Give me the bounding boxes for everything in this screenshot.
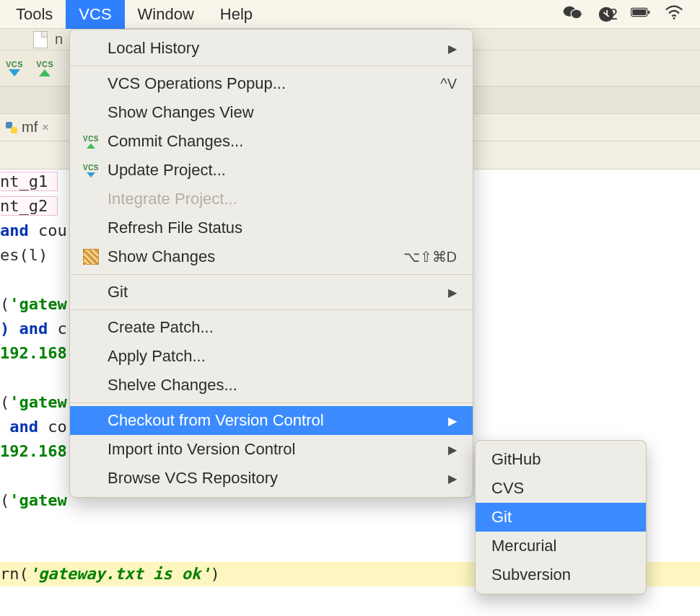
vcs-update-icon[interactable]: VCS <box>6 61 23 76</box>
close-icon[interactable]: × <box>42 121 48 134</box>
menu-checkout-from-vcs[interactable]: Checkout from Version Control▶ <box>70 406 473 435</box>
submenu-subversion[interactable]: Subversion <box>476 560 646 589</box>
menu-separator <box>70 274 473 275</box>
diff-icon <box>82 247 100 266</box>
menu-integrate-project: Integrate Project... <box>70 185 473 214</box>
wifi-icon <box>664 4 684 25</box>
vcs-update-icon: VCS <box>82 161 100 180</box>
checkout-submenu: GitHub CVS Git Mercurial Subversion <box>475 440 647 594</box>
menu-vcs[interactable]: VCS <box>66 0 124 29</box>
menu-separator <box>70 66 473 66</box>
submenu-git[interactable]: Git <box>476 503 646 532</box>
file-name-fragment: n <box>55 31 63 48</box>
menu-shelve-changes[interactable]: Shelve Changes... <box>70 371 473 400</box>
macos-status-icons: 2 <box>563 4 697 25</box>
menu-apply-patch[interactable]: Apply Patch... <box>70 342 473 371</box>
editor-tab-mf[interactable]: mf × <box>1 119 53 136</box>
menubar: Tools VCS Window Help 2 <box>0 0 700 29</box>
menu-local-history[interactable]: Local History▶ <box>70 34 473 63</box>
menu-commit-changes[interactable]: VCS Commit Changes... <box>70 127 473 156</box>
vcs-dropdown: Local History▶ VCS Operations Popup...^V… <box>69 29 473 498</box>
menu-vcs-operations-popup[interactable]: VCS Operations Popup...^V <box>70 69 473 98</box>
file-icon <box>33 31 48 48</box>
svg-point-1 <box>571 9 582 19</box>
notification-icon: 2 <box>596 5 618 24</box>
menu-separator <box>70 309 473 310</box>
python-file-icon <box>6 122 17 133</box>
submenu-cvs[interactable]: CVS <box>476 474 646 503</box>
menu-separator <box>70 402 473 403</box>
svg-point-6 <box>673 17 675 19</box>
battery-icon <box>631 4 651 25</box>
svg-rect-5 <box>632 9 646 15</box>
menu-show-changes[interactable]: Show Changes⌥⇧⌘D <box>70 242 473 271</box>
submenu-github[interactable]: GitHub <box>476 445 646 474</box>
menu-import-into-vcs[interactable]: Import into Version Control▶ <box>70 435 473 464</box>
svg-rect-4 <box>648 11 649 14</box>
menu-refresh-file-status[interactable]: Refresh File Status <box>70 214 473 242</box>
menu-tools[interactable]: Tools <box>3 0 66 29</box>
menu-help[interactable]: Help <box>207 0 266 29</box>
submenu-mercurial[interactable]: Mercurial <box>476 532 646 560</box>
menu-create-patch[interactable]: Create Patch... <box>70 313 473 342</box>
tab-label: mf <box>22 119 38 136</box>
wechat-icon <box>563 4 583 25</box>
vcs-commit-icon[interactable]: VCS <box>36 61 53 76</box>
menu-update-project[interactable]: VCS Update Project... <box>70 156 473 185</box>
menu-window[interactable]: Window <box>125 0 207 29</box>
menu-git[interactable]: Git▶ <box>70 278 473 307</box>
menu-browse-vcs-repository[interactable]: Browse VCS Repository▶ <box>70 464 473 493</box>
menu-show-changes-view[interactable]: Show Changes View <box>70 98 473 127</box>
vcs-commit-icon: VCS <box>82 132 100 151</box>
